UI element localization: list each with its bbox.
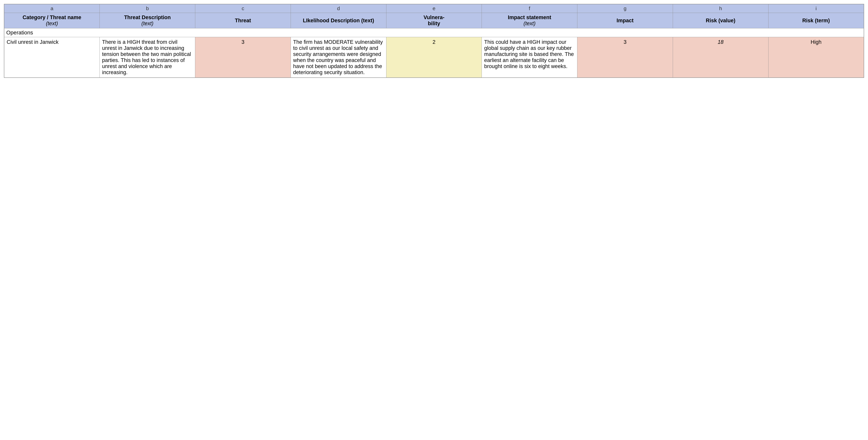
cell-likelihood-description: The firm has MODERATE vulnerability to c… bbox=[291, 37, 386, 78]
column-letters-row: a b c d e f g h i bbox=[4, 4, 864, 13]
header-vulnerability: Vulnera- bility bbox=[386, 13, 482, 28]
cell-risk-value: 18 bbox=[673, 37, 768, 78]
header-category: Category / Threat name (text) bbox=[4, 13, 100, 28]
col-letter-c: c bbox=[195, 4, 291, 13]
cell-risk-term: High bbox=[768, 37, 864, 78]
header-likelihood: LIkelihood Description (text) bbox=[291, 13, 386, 28]
cell-impact-statement: This could have a HIGH impact our global… bbox=[482, 37, 577, 78]
cell-vulnerability: 2 bbox=[386, 37, 482, 78]
section-label: Operations bbox=[4, 28, 864, 37]
col-letter-e: e bbox=[386, 4, 482, 13]
cell-impact: 3 bbox=[577, 37, 673, 78]
header-risk-value: Risk (value) bbox=[673, 13, 768, 28]
header-impact-statement: Impact statement (text) bbox=[482, 13, 577, 28]
header-impact: Impact bbox=[577, 13, 673, 28]
table-row: Civil unrest in Janwick There is a HIGH … bbox=[4, 37, 864, 78]
col-letter-i: i bbox=[768, 4, 864, 13]
header-risk-term: Risk (term) bbox=[768, 13, 864, 28]
col-letter-d: d bbox=[291, 4, 386, 13]
cell-threat-value: 3 bbox=[195, 37, 291, 78]
risk-table: a b c d e f g h i Category / Threat name… bbox=[4, 4, 864, 78]
header-threat: Threat bbox=[195, 13, 291, 28]
section-row-operations: Operations bbox=[4, 28, 864, 37]
column-headers-row: Category / Threat name (text) Threat Des… bbox=[4, 13, 864, 28]
cell-threat-description: There is a HIGH threat from civil unrest… bbox=[100, 37, 195, 78]
col-letter-f: f bbox=[482, 4, 577, 13]
cell-category: Civil unrest in Janwick bbox=[4, 37, 100, 78]
col-letter-h: h bbox=[673, 4, 768, 13]
col-letter-b: b bbox=[100, 4, 195, 13]
col-letter-g: g bbox=[577, 4, 673, 13]
col-letter-a: a bbox=[4, 4, 100, 13]
header-threat-description: Threat Description (text) bbox=[100, 13, 195, 28]
